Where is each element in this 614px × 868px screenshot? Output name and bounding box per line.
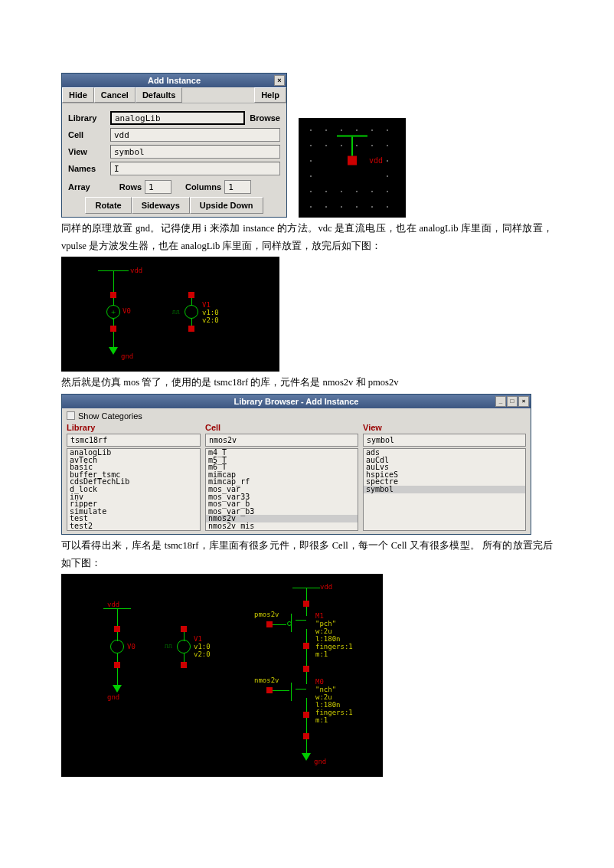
library-header: Library: [67, 423, 201, 432]
s2-pl: l:180n: [315, 635, 341, 643]
s2-gnd-right: gnd: [314, 758, 326, 765]
cell-input[interactable]: [110, 128, 280, 142]
library-label: Library: [68, 113, 110, 123]
list-item[interactable]: m4_T: [206, 449, 358, 457]
close-button[interactable]: ×: [518, 396, 529, 407]
columns-input[interactable]: [224, 180, 251, 194]
library-list[interactable]: analogLibavTechbasicbuffer_tsmccdsDefTec…: [67, 448, 201, 531]
library-browser-dialog: Library Browser - Add Instance _ □ × Sho…: [61, 394, 531, 535]
view-input[interactable]: [110, 145, 280, 159]
list-item[interactable]: m5_T: [206, 457, 358, 464]
s2-gnd-left: gnd: [107, 693, 119, 701]
lb-title: Library Browser - Add Instance _ □ ×: [62, 395, 531, 408]
vdd-symbol-icon: [337, 136, 367, 165]
columns-label: Columns: [185, 182, 221, 192]
rotate-button[interactable]: Rotate: [85, 197, 131, 214]
list-item[interactable]: nmos2vdnw: [206, 530, 358, 531]
s2-pmos: pmos2v: [254, 611, 279, 618]
rows-input[interactable]: [145, 180, 171, 194]
names-input[interactable]: [110, 162, 280, 175]
schem1-v1: V1: [202, 301, 211, 309]
s2-vdd-left: vdd: [107, 601, 119, 608]
cell-list[interactable]: m4_Tm5_Tm6_Tmimcapmimcap_rfmos_varmos_va…: [205, 448, 358, 531]
vdd-label: vdd: [369, 156, 383, 165]
s2-vdd-right: vdd: [320, 583, 332, 591]
cell-label: Cell: [68, 130, 110, 139]
list-item[interactable]: symbol: [364, 486, 525, 493]
schem1-v1a: v1:0: [202, 309, 219, 316]
lb-title-text: Library Browser - Add Instance: [234, 397, 359, 406]
s2-v1a: v1:0: [194, 643, 211, 650]
help-button[interactable]: Help: [254, 87, 286, 103]
hide-button[interactable]: Hide: [62, 87, 94, 103]
s2-nch: "nch": [315, 686, 336, 693]
s2-nl: l:180n: [315, 701, 341, 709]
cell-header: Cell: [205, 423, 358, 432]
s2-pch: "pch": [315, 620, 336, 627]
s2-pf: fingers:1: [315, 643, 353, 650]
s2-v1b: v2:0: [194, 650, 211, 658]
schematic-2: vdd V0 gnd ⎍⎍ V1 v1:0 v2:0 vdd: [61, 574, 383, 777]
view-header: View: [363, 423, 526, 432]
minimize-button[interactable]: _: [495, 396, 506, 407]
sideways-button[interactable]: Sideways: [132, 197, 190, 214]
defaults-button[interactable]: Defaults: [136, 87, 182, 103]
list-item[interactable]: d_lock: [67, 486, 200, 493]
maximize-button[interactable]: □: [507, 396, 518, 407]
paragraph-1: 同样的原理放置 gnd。记得使用 i 来添加 instance 的方法。vdc …: [61, 220, 553, 254]
rows-label: Rows: [119, 182, 142, 192]
view-label: View: [68, 147, 110, 156]
library-input[interactable]: [110, 111, 245, 125]
array-label: Array: [68, 182, 90, 192]
close-button[interactable]: ×: [274, 75, 285, 86]
paragraph-3: 可以看得出来，库名是 tsmc18rf，库里面有很多元件，即很多 Cell，每一…: [61, 537, 553, 572]
names-label: Names: [68, 164, 110, 173]
s2-v0: V0: [127, 643, 136, 650]
s2-nf: fingers:1: [315, 709, 353, 716]
s2-nm: m:1: [315, 716, 328, 724]
add-instance-dialog: Add Instance × Hide Cancel Defaults Help…: [61, 73, 287, 218]
s2-m0: M0: [315, 678, 324, 686]
view-filter-input[interactable]: [363, 434, 526, 447]
vdd-preview: vdd: [299, 118, 406, 218]
s2-nmos: nmos2v: [254, 676, 279, 684]
dialog-title: Add Instance ×: [62, 74, 286, 87]
view-list[interactable]: adsauCdlauLvshspiceSspectresymbol: [363, 448, 526, 531]
cancel-button[interactable]: Cancel: [94, 87, 136, 103]
list-item[interactable]: tsmc18rf: [67, 530, 200, 531]
dialog-title-text: Add Instance: [148, 76, 201, 85]
library-filter-input[interactable]: [67, 434, 201, 447]
s2-pm: m:1: [315, 650, 328, 658]
show-categories-label: Show Categories: [78, 411, 142, 421]
schem1-v0: V0: [122, 307, 131, 315]
s2-m1: M1: [315, 612, 324, 620]
s2-pw: w:2u: [315, 627, 332, 635]
s2-nw: w:2u: [315, 693, 332, 701]
schem1-vdd: vdd: [130, 267, 142, 274]
show-categories-checkbox[interactable]: [67, 411, 75, 420]
schematic-1: + - vdd V0 gnd ⎍⎍ V1 v1:0 v2:0: [61, 257, 279, 372]
browse-button[interactable]: Browse: [250, 113, 280, 123]
upside-down-button[interactable]: Upside Down: [190, 197, 263, 214]
schem1-gnd: gnd: [121, 352, 133, 360]
schem1-v1b: v2:0: [202, 316, 219, 324]
paragraph-2: 然后就是仿真 mos 管了，使用的是 tsmc18rf 的库，元件名是 nmos…: [61, 374, 553, 391]
cell-filter-input[interactable]: [205, 434, 358, 447]
s2-v1: V1: [194, 635, 202, 643]
